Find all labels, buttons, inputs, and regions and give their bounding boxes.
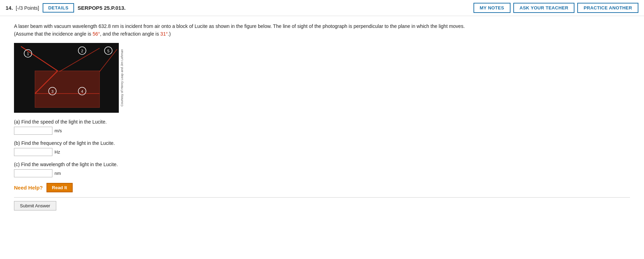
my-notes-button[interactable]: MY NOTES	[473, 3, 511, 13]
problem-text-part1: A laser beam with vacuum wavelength 632.…	[14, 23, 465, 29]
ask-teacher-button[interactable]: ASK YOUR TEACHER	[513, 3, 575, 13]
problem-text-part2: (Assume that the incidence angle is	[14, 31, 93, 37]
details-button[interactable]: DETAILS	[43, 3, 74, 13]
laser-image: 1 2 3 4 5	[14, 43, 119, 113]
part-b-text: (b) Find the frequency	[14, 140, 63, 146]
part-c-text4: in the	[90, 162, 103, 167]
svg-text:3: 3	[51, 89, 53, 94]
need-help-row: Need Help? Read It	[14, 183, 630, 192]
image-credit: Courtesy of Henry Leap and Jim Lehman	[120, 49, 124, 106]
problem-text-part3: , and the refraction angle is	[100, 31, 160, 37]
part-c-text2: of the	[66, 162, 80, 167]
part-c-text5: Lucite	[103, 162, 116, 167]
svg-text:2: 2	[81, 49, 83, 53]
part-a-label: (a) Find the speed of the light in the L…	[14, 119, 630, 125]
part-b-label: (b) Find the frequency of the light in t…	[14, 140, 630, 146]
part-a-input-row: m/s	[14, 127, 630, 135]
part-c-input[interactable]	[14, 169, 52, 177]
part-c-section: (c) Find the wavelength of the light in …	[14, 162, 630, 177]
part-b-section: (b) Find the frequency of the light in t…	[14, 140, 630, 156]
question-number: 14. [-/3 Points]	[6, 5, 39, 11]
part-a-input[interactable]	[14, 127, 52, 135]
svg-rect-0	[35, 71, 100, 108]
part-b-unit: Hz	[55, 149, 60, 155]
part-c-unit: nm	[55, 171, 61, 176]
problem-text: A laser beam with vacuum wavelength 632.…	[14, 22, 630, 38]
part-b-input-row: Hz	[14, 148, 630, 156]
header-right: MY NOTES ASK YOUR TEACHER PRACTICE ANOTH…	[473, 3, 638, 13]
header: 14. [-/3 Points] DETAILS SERPOP5 25.P.01…	[0, 0, 644, 16]
part-a-text2: of the light in the Lucite.	[55, 119, 107, 125]
figure-area: 1 2 3 4 5 Courtesy of Henry Leap and Jim…	[14, 43, 630, 113]
main-content: A laser beam with vacuum wavelength 632.…	[0, 16, 644, 214]
points-label: [-/3 Points]	[16, 5, 39, 11]
svg-line-2	[59, 48, 100, 72]
submit-row: Submit Answer	[14, 197, 630, 210]
incidence-angle: 56°	[93, 31, 100, 37]
practice-another-button[interactable]: PRACTICE ANOTHER	[577, 3, 638, 13]
part-c-input-row: nm	[14, 169, 630, 177]
laser-svg: 1 2 3 4 5	[14, 43, 119, 113]
part-c-text3: light	[80, 162, 90, 167]
part-c-label: (c) Find the wavelength of the light in …	[14, 162, 630, 167]
part-c-text: (c) Find the wavelength	[14, 162, 66, 167]
part-b-text2: of the light in the Lucite.	[63, 140, 115, 146]
read-it-button[interactable]: Read It	[46, 183, 73, 192]
part-c-text6: .	[116, 162, 118, 167]
submit-button[interactable]: Submit Answer	[14, 201, 56, 210]
svg-text:4: 4	[81, 89, 83, 94]
part-a-text: (a) Find the speed	[14, 119, 55, 125]
part-b-input[interactable]	[14, 148, 52, 156]
problem-text-part4: .)	[168, 31, 171, 37]
q-number: 14.	[6, 5, 13, 11]
header-left: 14. [-/3 Points] DETAILS SERPOP5 25.P.01…	[6, 3, 473, 13]
question-code: SERPOP5 25.P.013.	[78, 5, 125, 11]
svg-text:1: 1	[27, 52, 29, 56]
part-a-section: (a) Find the speed of the light in the L…	[14, 119, 630, 135]
need-help-label: Need Help?	[14, 185, 43, 191]
refraction-angle: 31°	[160, 31, 168, 37]
part-a-unit: m/s	[55, 128, 62, 133]
svg-text:5: 5	[107, 49, 109, 53]
